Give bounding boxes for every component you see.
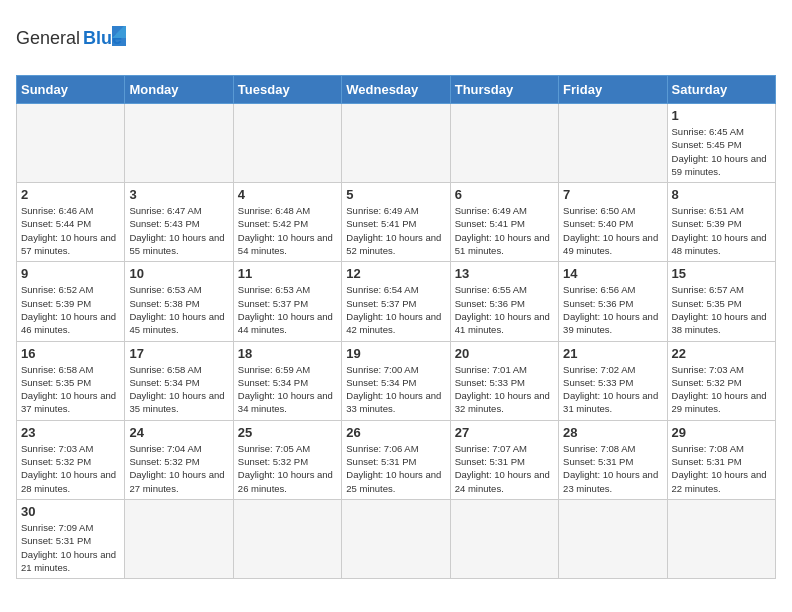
day-number: 4 xyxy=(238,187,337,202)
day-info: Sunrise: 6:49 AMSunset: 5:41 PMDaylight:… xyxy=(455,204,554,257)
day-info: Sunrise: 6:53 AMSunset: 5:37 PMDaylight:… xyxy=(238,283,337,336)
day-info: Sunrise: 6:47 AMSunset: 5:43 PMDaylight:… xyxy=(129,204,228,257)
day-number: 10 xyxy=(129,266,228,281)
day-number: 18 xyxy=(238,346,337,361)
logo: General Blue xyxy=(16,16,126,65)
day-cell-8: 8Sunrise: 6:51 AMSunset: 5:39 PMDaylight… xyxy=(667,183,775,262)
day-cell-17: 17Sunrise: 6:58 AMSunset: 5:34 PMDayligh… xyxy=(125,341,233,420)
day-number: 6 xyxy=(455,187,554,202)
day-info: Sunrise: 7:08 AMSunset: 5:31 PMDaylight:… xyxy=(563,442,662,495)
day-number: 3 xyxy=(129,187,228,202)
day-number: 7 xyxy=(563,187,662,202)
weekday-header-saturday: Saturday xyxy=(667,76,775,104)
day-number: 11 xyxy=(238,266,337,281)
weekday-header-tuesday: Tuesday xyxy=(233,76,341,104)
empty-cell xyxy=(667,499,775,578)
day-info: Sunrise: 7:00 AMSunset: 5:34 PMDaylight:… xyxy=(346,363,445,416)
day-number: 25 xyxy=(238,425,337,440)
day-info: Sunrise: 6:56 AMSunset: 5:36 PMDaylight:… xyxy=(563,283,662,336)
day-info: Sunrise: 6:57 AMSunset: 5:35 PMDaylight:… xyxy=(672,283,771,336)
day-info: Sunrise: 6:59 AMSunset: 5:34 PMDaylight:… xyxy=(238,363,337,416)
day-info: Sunrise: 7:05 AMSunset: 5:32 PMDaylight:… xyxy=(238,442,337,495)
day-number: 20 xyxy=(455,346,554,361)
day-info: Sunrise: 6:48 AMSunset: 5:42 PMDaylight:… xyxy=(238,204,337,257)
day-cell-15: 15Sunrise: 6:57 AMSunset: 5:35 PMDayligh… xyxy=(667,262,775,341)
day-number: 30 xyxy=(21,504,120,519)
day-info: Sunrise: 6:46 AMSunset: 5:44 PMDaylight:… xyxy=(21,204,120,257)
day-number: 29 xyxy=(672,425,771,440)
day-cell-12: 12Sunrise: 6:54 AMSunset: 5:37 PMDayligh… xyxy=(342,262,450,341)
page-header: General Blue xyxy=(16,16,776,65)
day-info: Sunrise: 7:07 AMSunset: 5:31 PMDaylight:… xyxy=(455,442,554,495)
empty-cell xyxy=(450,104,558,183)
day-info: Sunrise: 6:51 AMSunset: 5:39 PMDaylight:… xyxy=(672,204,771,257)
day-cell-25: 25Sunrise: 7:05 AMSunset: 5:32 PMDayligh… xyxy=(233,420,341,499)
weekday-header-wednesday: Wednesday xyxy=(342,76,450,104)
day-number: 17 xyxy=(129,346,228,361)
day-cell-16: 16Sunrise: 6:58 AMSunset: 5:35 PMDayligh… xyxy=(17,341,125,420)
day-cell-29: 29Sunrise: 7:08 AMSunset: 5:31 PMDayligh… xyxy=(667,420,775,499)
day-cell-4: 4Sunrise: 6:48 AMSunset: 5:42 PMDaylight… xyxy=(233,183,341,262)
day-cell-30: 30Sunrise: 7:09 AMSunset: 5:31 PMDayligh… xyxy=(17,499,125,578)
day-info: Sunrise: 7:08 AMSunset: 5:31 PMDaylight:… xyxy=(672,442,771,495)
day-cell-3: 3Sunrise: 6:47 AMSunset: 5:43 PMDaylight… xyxy=(125,183,233,262)
weekday-header-monday: Monday xyxy=(125,76,233,104)
day-cell-9: 9Sunrise: 6:52 AMSunset: 5:39 PMDaylight… xyxy=(17,262,125,341)
day-number: 24 xyxy=(129,425,228,440)
day-cell-28: 28Sunrise: 7:08 AMSunset: 5:31 PMDayligh… xyxy=(559,420,667,499)
day-cell-6: 6Sunrise: 6:49 AMSunset: 5:41 PMDaylight… xyxy=(450,183,558,262)
day-info: Sunrise: 6:55 AMSunset: 5:36 PMDaylight:… xyxy=(455,283,554,336)
day-number: 19 xyxy=(346,346,445,361)
empty-cell xyxy=(17,104,125,183)
day-info: Sunrise: 6:49 AMSunset: 5:41 PMDaylight:… xyxy=(346,204,445,257)
empty-cell xyxy=(125,104,233,183)
empty-cell xyxy=(233,104,341,183)
day-info: Sunrise: 6:52 AMSunset: 5:39 PMDaylight:… xyxy=(21,283,120,336)
empty-cell xyxy=(559,499,667,578)
day-number: 8 xyxy=(672,187,771,202)
empty-cell xyxy=(125,499,233,578)
day-cell-2: 2Sunrise: 6:46 AMSunset: 5:44 PMDaylight… xyxy=(17,183,125,262)
day-info: Sunrise: 7:09 AMSunset: 5:31 PMDaylight:… xyxy=(21,521,120,574)
day-info: Sunrise: 7:03 AMSunset: 5:32 PMDaylight:… xyxy=(672,363,771,416)
day-cell-10: 10Sunrise: 6:53 AMSunset: 5:38 PMDayligh… xyxy=(125,262,233,341)
day-cell-24: 24Sunrise: 7:04 AMSunset: 5:32 PMDayligh… xyxy=(125,420,233,499)
empty-cell xyxy=(342,104,450,183)
day-info: Sunrise: 6:58 AMSunset: 5:35 PMDaylight:… xyxy=(21,363,120,416)
day-number: 27 xyxy=(455,425,554,440)
day-info: Sunrise: 7:01 AMSunset: 5:33 PMDaylight:… xyxy=(455,363,554,416)
day-info: Sunrise: 6:54 AMSunset: 5:37 PMDaylight:… xyxy=(346,283,445,336)
day-number: 12 xyxy=(346,266,445,281)
day-number: 21 xyxy=(563,346,662,361)
day-info: Sunrise: 6:50 AMSunset: 5:40 PMDaylight:… xyxy=(563,204,662,257)
logo-wordmark: General Blue xyxy=(16,16,126,65)
day-cell-22: 22Sunrise: 7:03 AMSunset: 5:32 PMDayligh… xyxy=(667,341,775,420)
day-cell-13: 13Sunrise: 6:55 AMSunset: 5:36 PMDayligh… xyxy=(450,262,558,341)
day-cell-1: 1Sunrise: 6:45 AMSunset: 5:45 PMDaylight… xyxy=(667,104,775,183)
day-info: Sunrise: 6:58 AMSunset: 5:34 PMDaylight:… xyxy=(129,363,228,416)
day-cell-7: 7Sunrise: 6:50 AMSunset: 5:40 PMDaylight… xyxy=(559,183,667,262)
day-cell-23: 23Sunrise: 7:03 AMSunset: 5:32 PMDayligh… xyxy=(17,420,125,499)
day-number: 23 xyxy=(21,425,120,440)
empty-cell xyxy=(450,499,558,578)
day-cell-21: 21Sunrise: 7:02 AMSunset: 5:33 PMDayligh… xyxy=(559,341,667,420)
empty-cell xyxy=(342,499,450,578)
day-number: 2 xyxy=(21,187,120,202)
day-info: Sunrise: 7:03 AMSunset: 5:32 PMDaylight:… xyxy=(21,442,120,495)
day-number: 15 xyxy=(672,266,771,281)
day-cell-5: 5Sunrise: 6:49 AMSunset: 5:41 PMDaylight… xyxy=(342,183,450,262)
day-cell-14: 14Sunrise: 6:56 AMSunset: 5:36 PMDayligh… xyxy=(559,262,667,341)
weekday-header-friday: Friday xyxy=(559,76,667,104)
day-cell-20: 20Sunrise: 7:01 AMSunset: 5:33 PMDayligh… xyxy=(450,341,558,420)
day-number: 5 xyxy=(346,187,445,202)
day-info: Sunrise: 7:04 AMSunset: 5:32 PMDaylight:… xyxy=(129,442,228,495)
calendar-table: SundayMondayTuesdayWednesdayThursdayFrid… xyxy=(16,75,776,579)
day-number: 13 xyxy=(455,266,554,281)
empty-cell xyxy=(559,104,667,183)
day-number: 9 xyxy=(21,266,120,281)
day-cell-19: 19Sunrise: 7:00 AMSunset: 5:34 PMDayligh… xyxy=(342,341,450,420)
day-number: 1 xyxy=(672,108,771,123)
weekday-header-thursday: Thursday xyxy=(450,76,558,104)
day-info: Sunrise: 6:45 AMSunset: 5:45 PMDaylight:… xyxy=(672,125,771,178)
day-number: 14 xyxy=(563,266,662,281)
